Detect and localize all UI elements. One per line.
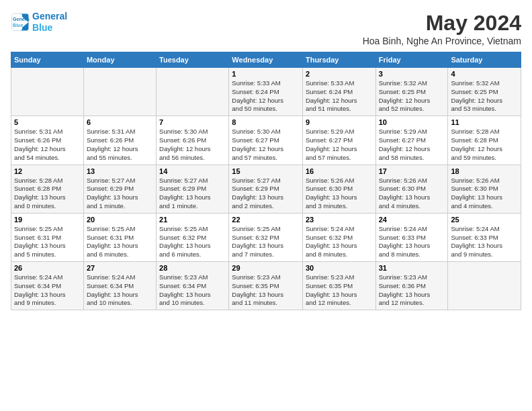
day-info: Sunrise: 5:29 AM Sunset: 6:27 PM Dayligh… [379, 128, 445, 162]
calendar-cell: 8Sunrise: 5:30 AM Sunset: 6:27 PM Daylig… [229, 116, 303, 165]
col-saturday: Saturday [448, 52, 521, 68]
logo-line2: Blue [32, 22, 52, 33]
day-info: Sunrise: 5:26 AM Sunset: 6:30 PM Dayligh… [379, 177, 445, 211]
day-info: Sunrise: 5:32 AM Sunset: 6:25 PM Dayligh… [451, 79, 518, 113]
calendar-cell: 11Sunrise: 5:28 AM Sunset: 6:28 PM Dayli… [448, 116, 521, 165]
day-number: 28 [159, 264, 226, 272]
day-number: 23 [306, 216, 373, 224]
day-number: 21 [159, 216, 226, 224]
day-number: 5 [14, 118, 81, 126]
day-info: Sunrise: 5:27 AM Sunset: 6:29 PM Dayligh… [87, 177, 153, 211]
col-tuesday: Tuesday [157, 52, 229, 68]
day-number: 7 [159, 118, 226, 126]
day-info: Sunrise: 5:26 AM Sunset: 6:30 PM Dayligh… [306, 177, 373, 211]
calendar-cell: 26Sunrise: 5:24 AM Sunset: 6:34 PM Dayli… [11, 262, 84, 310]
week-row-2: 5Sunrise: 5:31 AM Sunset: 6:26 PM Daylig… [11, 116, 521, 165]
calendar-cell: 19Sunrise: 5:25 AM Sunset: 6:31 PM Dayli… [11, 213, 84, 261]
calendar-cell: 28Sunrise: 5:23 AM Sunset: 6:34 PM Dayli… [157, 262, 229, 310]
calendar-cell [157, 68, 229, 116]
calendar-cell: 23Sunrise: 5:24 AM Sunset: 6:32 PM Dayli… [302, 213, 375, 261]
day-info: Sunrise: 5:26 AM Sunset: 6:30 PM Dayligh… [451, 177, 518, 211]
day-info: Sunrise: 5:31 AM Sunset: 6:26 PM Dayligh… [14, 128, 81, 162]
day-number: 24 [379, 216, 445, 224]
day-info: Sunrise: 5:25 AM Sunset: 6:31 PM Dayligh… [87, 225, 153, 259]
calendar-cell: 18Sunrise: 5:26 AM Sunset: 6:30 PM Dayli… [448, 165, 521, 213]
day-number: 15 [232, 167, 300, 175]
week-row-3: 12Sunrise: 5:28 AM Sunset: 6:28 PM Dayli… [11, 165, 521, 213]
logo: General Blue General Blue [11, 11, 67, 34]
page: General Blue General Blue May 2024 Hoa B… [0, 0, 532, 411]
day-number: 8 [232, 118, 300, 126]
day-info: Sunrise: 5:25 AM Sunset: 6:32 PM Dayligh… [232, 225, 300, 259]
main-title: May 2024 [363, 11, 521, 36]
calendar-cell: 12Sunrise: 5:28 AM Sunset: 6:28 PM Dayli… [11, 165, 84, 213]
day-number: 16 [306, 167, 373, 175]
col-wednesday: Wednesday [229, 52, 303, 68]
week-row-5: 26Sunrise: 5:24 AM Sunset: 6:34 PM Dayli… [11, 262, 521, 310]
day-info: Sunrise: 5:24 AM Sunset: 6:34 PM Dayligh… [14, 273, 81, 308]
calendar-cell: 6Sunrise: 5:31 AM Sunset: 6:26 PM Daylig… [83, 116, 156, 165]
day-info: Sunrise: 5:25 AM Sunset: 6:32 PM Dayligh… [159, 225, 226, 259]
calendar-cell: 1Sunrise: 5:33 AM Sunset: 6:24 PM Daylig… [229, 68, 303, 116]
day-number: 13 [87, 167, 153, 175]
day-info: Sunrise: 5:23 AM Sunset: 6:36 PM Dayligh… [379, 273, 445, 308]
day-number: 2 [306, 70, 373, 78]
day-info: Sunrise: 5:23 AM Sunset: 6:34 PM Dayligh… [159, 273, 226, 308]
day-info: Sunrise: 5:28 AM Sunset: 6:28 PM Dayligh… [14, 177, 81, 211]
col-sunday: Sunday [11, 52, 84, 68]
header: General Blue General Blue May 2024 Hoa B… [11, 11, 521, 46]
calendar-cell: 30Sunrise: 5:23 AM Sunset: 6:35 PM Dayli… [302, 262, 375, 310]
calendar-cell: 29Sunrise: 5:23 AM Sunset: 6:35 PM Dayli… [229, 262, 303, 310]
day-info: Sunrise: 5:23 AM Sunset: 6:35 PM Dayligh… [232, 273, 300, 308]
calendar-cell: 13Sunrise: 5:27 AM Sunset: 6:29 PM Dayli… [83, 165, 156, 213]
day-number: 9 [306, 118, 373, 126]
day-info: Sunrise: 5:31 AM Sunset: 6:26 PM Dayligh… [87, 128, 153, 162]
day-info: Sunrise: 5:29 AM Sunset: 6:27 PM Dayligh… [306, 128, 373, 162]
day-number: 25 [451, 216, 518, 224]
calendar-cell: 5Sunrise: 5:31 AM Sunset: 6:26 PM Daylig… [11, 116, 84, 165]
day-number: 17 [379, 167, 445, 175]
day-number: 30 [306, 264, 373, 272]
col-monday: Monday [83, 52, 156, 68]
calendar-cell: 17Sunrise: 5:26 AM Sunset: 6:30 PM Dayli… [375, 165, 448, 213]
calendar-cell: 7Sunrise: 5:30 AM Sunset: 6:26 PM Daylig… [157, 116, 229, 165]
day-info: Sunrise: 5:32 AM Sunset: 6:25 PM Dayligh… [379, 79, 445, 113]
calendar-cell: 20Sunrise: 5:25 AM Sunset: 6:31 PM Dayli… [83, 213, 156, 261]
day-info: Sunrise: 5:25 AM Sunset: 6:31 PM Dayligh… [14, 225, 81, 259]
day-info: Sunrise: 5:23 AM Sunset: 6:35 PM Dayligh… [306, 273, 373, 308]
header-row: Sunday Monday Tuesday Wednesday Thursday… [11, 52, 521, 68]
day-number: 11 [451, 118, 518, 126]
calendar-cell: 3Sunrise: 5:32 AM Sunset: 6:25 PM Daylig… [375, 68, 448, 116]
calendar-cell: 25Sunrise: 5:24 AM Sunset: 6:33 PM Dayli… [448, 213, 521, 261]
col-friday: Friday [375, 52, 448, 68]
calendar-cell: 24Sunrise: 5:24 AM Sunset: 6:33 PM Dayli… [375, 213, 448, 261]
day-number: 20 [87, 216, 153, 224]
day-info: Sunrise: 5:27 AM Sunset: 6:29 PM Dayligh… [232, 177, 300, 211]
day-info: Sunrise: 5:30 AM Sunset: 6:27 PM Dayligh… [232, 128, 300, 162]
day-number: 27 [87, 264, 153, 272]
col-thursday: Thursday [302, 52, 375, 68]
title-block: May 2024 Hoa Binh, Nghe An Province, Vie… [363, 11, 521, 46]
logo-text: General Blue [32, 11, 67, 34]
svg-text:Blue: Blue [13, 23, 23, 28]
calendar-cell: 9Sunrise: 5:29 AM Sunset: 6:27 PM Daylig… [302, 116, 375, 165]
day-number: 22 [232, 216, 300, 224]
day-number: 18 [451, 167, 518, 175]
day-info: Sunrise: 5:30 AM Sunset: 6:26 PM Dayligh… [159, 128, 226, 162]
day-number: 10 [379, 118, 445, 126]
day-info: Sunrise: 5:33 AM Sunset: 6:24 PM Dayligh… [232, 79, 300, 113]
calendar-table: Sunday Monday Tuesday Wednesday Thursday… [11, 52, 521, 310]
calendar-cell: 2Sunrise: 5:33 AM Sunset: 6:24 PM Daylig… [302, 68, 375, 116]
day-number: 3 [379, 70, 445, 78]
subtitle: Hoa Binh, Nghe An Province, Vietnam [363, 36, 521, 46]
calendar-cell: 22Sunrise: 5:25 AM Sunset: 6:32 PM Dayli… [229, 213, 303, 261]
svg-rect-2 [12, 13, 23, 30]
calendar-cell: 10Sunrise: 5:29 AM Sunset: 6:27 PM Dayli… [375, 116, 448, 165]
day-number: 29 [232, 264, 300, 272]
day-info: Sunrise: 5:33 AM Sunset: 6:24 PM Dayligh… [306, 79, 373, 113]
calendar-cell: 27Sunrise: 5:24 AM Sunset: 6:34 PM Dayli… [83, 262, 156, 310]
calendar-cell [11, 68, 84, 116]
day-info: Sunrise: 5:24 AM Sunset: 6:32 PM Dayligh… [306, 225, 373, 259]
calendar-cell: 15Sunrise: 5:27 AM Sunset: 6:29 PM Dayli… [229, 165, 303, 213]
calendar-cell [83, 68, 156, 116]
